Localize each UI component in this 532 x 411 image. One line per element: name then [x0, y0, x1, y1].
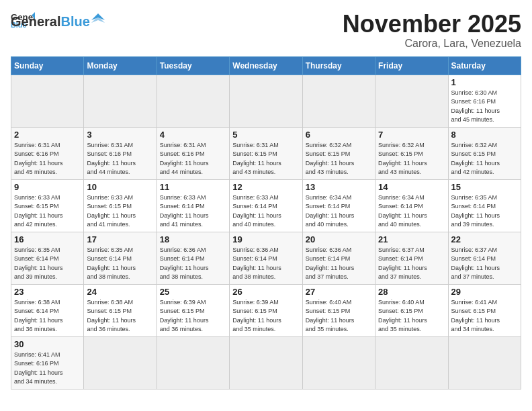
day-number: 17 [87, 234, 153, 244]
day-info: Sunrise: 6:31 AM Sunset: 6:16 PM Dayligh… [14, 141, 81, 177]
weekday-header-tuesday: Tuesday [157, 56, 229, 75]
logo-triangle-icon [91, 13, 105, 27]
day-info: Sunrise: 6:31 AM Sunset: 6:15 PM Dayligh… [232, 141, 299, 177]
day-number: 19 [232, 234, 299, 244]
calendar-day-cell [157, 336, 229, 389]
day-info: Sunrise: 6:35 AM Sunset: 6:14 PM Dayligh… [87, 246, 153, 282]
location-title: Carora, Lara, Venezuela [343, 38, 521, 50]
calendar-day-cell: 21Sunrise: 6:37 AM Sunset: 6:14 PM Dayli… [375, 232, 448, 284]
weekday-header-friday: Friday [375, 56, 448, 75]
calendar-day-cell [230, 336, 302, 389]
day-info: Sunrise: 6:41 AM Sunset: 6:15 PM Dayligh… [451, 298, 518, 334]
day-number: 27 [306, 287, 372, 297]
calendar-day-cell: 26Sunrise: 6:39 AM Sunset: 6:15 PM Dayli… [230, 284, 302, 336]
calendar-week-row: 30Sunrise: 6:41 AM Sunset: 6:16 PM Dayli… [11, 336, 521, 389]
calendar-day-cell: 22Sunrise: 6:37 AM Sunset: 6:14 PM Dayli… [448, 232, 521, 284]
day-info: Sunrise: 6:32 AM Sunset: 6:15 PM Dayligh… [306, 141, 372, 177]
logo-blue: Blue [60, 15, 89, 28]
calendar-table: SundayMondayTuesdayWednesdayThursdayFrid… [11, 56, 521, 390]
weekday-header-wednesday: Wednesday [230, 56, 302, 75]
day-number: 26 [232, 287, 299, 297]
calendar-day-cell [157, 75, 229, 127]
weekday-header-saturday: Saturday [448, 56, 521, 75]
calendar-day-cell: 29Sunrise: 6:41 AM Sunset: 6:15 PM Dayli… [448, 284, 521, 336]
calendar-day-cell [302, 336, 375, 389]
calendar-day-cell [375, 75, 448, 127]
day-info: Sunrise: 6:37 AM Sunset: 6:14 PM Dayligh… [378, 246, 445, 282]
calendar-week-row: 16Sunrise: 6:35 AM Sunset: 6:14 PM Dayli… [11, 232, 521, 284]
day-number: 25 [160, 287, 226, 297]
day-number: 13 [306, 182, 372, 192]
day-number: 7 [378, 130, 445, 140]
day-number: 20 [306, 234, 372, 244]
weekday-header-monday: Monday [84, 56, 157, 75]
day-number: 24 [87, 287, 153, 297]
day-info: Sunrise: 6:32 AM Sunset: 6:15 PM Dayligh… [378, 141, 445, 177]
day-number: 4 [160, 130, 226, 140]
calendar-day-cell: 12Sunrise: 6:33 AM Sunset: 6:14 PM Dayli… [230, 179, 302, 232]
calendar-day-cell: 13Sunrise: 6:34 AM Sunset: 6:14 PM Dayli… [302, 179, 375, 232]
day-number: 21 [378, 234, 445, 244]
logo: General Blue General Blue [11, 11, 105, 28]
calendar-day-cell: 5Sunrise: 6:31 AM Sunset: 6:15 PM Daylig… [230, 127, 302, 179]
day-info: Sunrise: 6:38 AM Sunset: 6:15 PM Dayligh… [87, 298, 153, 334]
day-number: 28 [378, 287, 445, 297]
day-info: Sunrise: 6:40 AM Sunset: 6:15 PM Dayligh… [306, 298, 372, 334]
weekday-header-sunday: Sunday [11, 56, 84, 75]
calendar-day-cell: 9Sunrise: 6:33 AM Sunset: 6:15 PM Daylig… [11, 179, 84, 232]
day-info: Sunrise: 6:41 AM Sunset: 6:16 PM Dayligh… [14, 351, 81, 387]
day-number: 9 [14, 182, 81, 192]
day-number: 12 [232, 182, 299, 192]
day-number: 11 [160, 182, 226, 192]
day-number: 29 [451, 287, 518, 297]
day-info: Sunrise: 6:34 AM Sunset: 6:14 PM Dayligh… [378, 193, 445, 230]
calendar-day-cell: 1Sunrise: 6:30 AM Sunset: 6:16 PM Daylig… [448, 75, 521, 127]
calendar-day-cell [84, 336, 157, 389]
calendar-day-cell [11, 75, 84, 127]
day-info: Sunrise: 6:33 AM Sunset: 6:14 PM Dayligh… [232, 193, 299, 230]
month-title: November 2025 [343, 11, 521, 38]
calendar-day-cell: 3Sunrise: 6:31 AM Sunset: 6:16 PM Daylig… [84, 127, 157, 179]
day-number: 8 [451, 130, 518, 140]
calendar-day-cell: 30Sunrise: 6:41 AM Sunset: 6:16 PM Dayli… [11, 336, 84, 389]
calendar-day-cell [448, 336, 521, 389]
calendar-day-cell: 23Sunrise: 6:38 AM Sunset: 6:14 PM Dayli… [11, 284, 84, 336]
day-number: 16 [14, 234, 81, 244]
calendar-day-cell: 6Sunrise: 6:32 AM Sunset: 6:15 PM Daylig… [302, 127, 375, 179]
day-info: Sunrise: 6:38 AM Sunset: 6:14 PM Dayligh… [14, 298, 81, 334]
day-number: 23 [14, 287, 81, 297]
day-number: 30 [14, 339, 81, 349]
calendar-day-cell: 18Sunrise: 6:36 AM Sunset: 6:14 PM Dayli… [157, 232, 229, 284]
day-info: Sunrise: 6:31 AM Sunset: 6:16 PM Dayligh… [87, 141, 153, 177]
day-info: Sunrise: 6:36 AM Sunset: 6:14 PM Dayligh… [232, 246, 299, 282]
calendar-day-cell: 15Sunrise: 6:35 AM Sunset: 6:14 PM Dayli… [448, 179, 521, 232]
calendar-day-cell [375, 336, 448, 389]
calendar-day-cell: 14Sunrise: 6:34 AM Sunset: 6:14 PM Dayli… [375, 179, 448, 232]
day-info: Sunrise: 6:33 AM Sunset: 6:14 PM Dayligh… [160, 193, 226, 230]
calendar-day-cell: 4Sunrise: 6:31 AM Sunset: 6:16 PM Daylig… [157, 127, 229, 179]
day-info: Sunrise: 6:36 AM Sunset: 6:14 PM Dayligh… [306, 246, 372, 282]
calendar-week-row: 2Sunrise: 6:31 AM Sunset: 6:16 PM Daylig… [11, 127, 521, 179]
calendar-day-cell: 11Sunrise: 6:33 AM Sunset: 6:14 PM Dayli… [157, 179, 229, 232]
day-info: Sunrise: 6:36 AM Sunset: 6:14 PM Dayligh… [160, 246, 226, 282]
calendar-day-cell [302, 75, 375, 127]
calendar-day-cell [84, 75, 157, 127]
calendar-day-cell: 8Sunrise: 6:32 AM Sunset: 6:15 PM Daylig… [448, 127, 521, 179]
calendar-day-cell: 16Sunrise: 6:35 AM Sunset: 6:14 PM Dayli… [11, 232, 84, 284]
day-number: 14 [378, 182, 445, 192]
day-info: Sunrise: 6:34 AM Sunset: 6:14 PM Dayligh… [306, 193, 372, 230]
svg-marker-4 [91, 16, 105, 23]
title-area: November 2025 Carora, Lara, Venezuela [343, 11, 521, 50]
day-number: 3 [87, 130, 153, 140]
calendar-header-row: SundayMondayTuesdayWednesdayThursdayFrid… [11, 56, 521, 75]
day-number: 1 [451, 77, 518, 87]
day-number: 5 [232, 130, 299, 140]
calendar-day-cell: 27Sunrise: 6:40 AM Sunset: 6:15 PM Dayli… [302, 284, 375, 336]
calendar-day-cell: 7Sunrise: 6:32 AM Sunset: 6:15 PM Daylig… [375, 127, 448, 179]
calendar-week-row: 23Sunrise: 6:38 AM Sunset: 6:14 PM Dayli… [11, 284, 521, 336]
calendar-week-row: 1Sunrise: 6:30 AM Sunset: 6:16 PM Daylig… [11, 75, 521, 127]
calendar-day-cell: 19Sunrise: 6:36 AM Sunset: 6:14 PM Dayli… [230, 232, 302, 284]
day-info: Sunrise: 6:40 AM Sunset: 6:15 PM Dayligh… [378, 298, 445, 334]
day-info: Sunrise: 6:37 AM Sunset: 6:14 PM Dayligh… [451, 246, 518, 282]
day-info: Sunrise: 6:33 AM Sunset: 6:15 PM Dayligh… [87, 193, 153, 230]
